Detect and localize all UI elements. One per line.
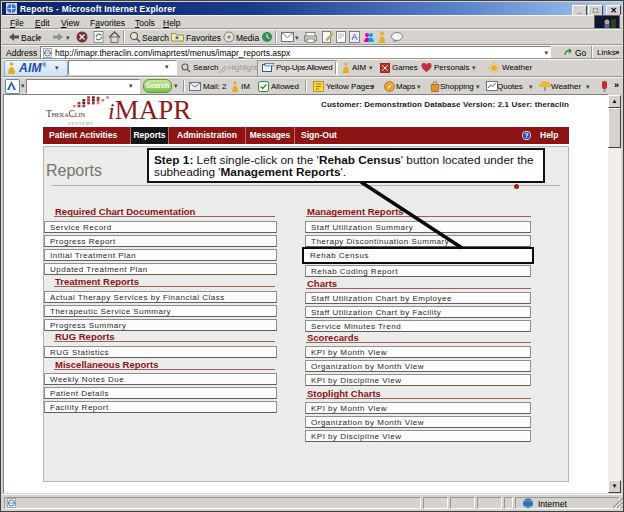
svg-text:?: ?: [525, 132, 529, 139]
svg-text:A: A: [351, 32, 357, 42]
